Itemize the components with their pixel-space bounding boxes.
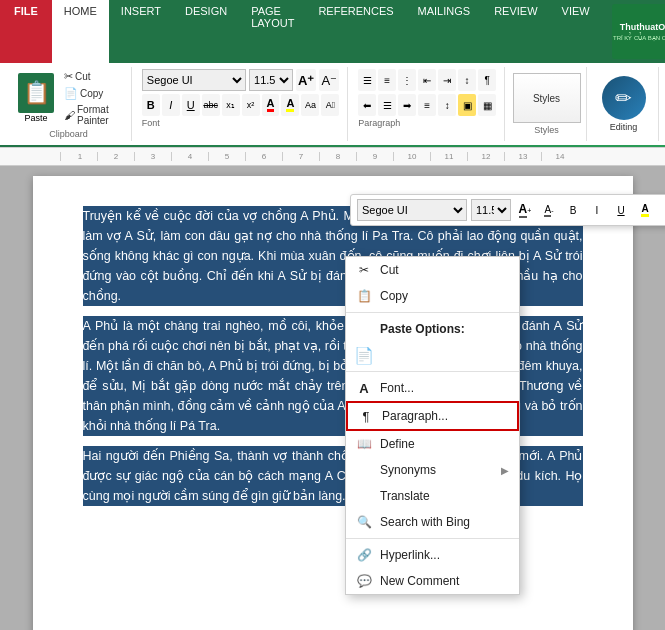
ctx-paragraph[interactable]: ¶ Paragraph... — [346, 401, 519, 431]
ctx-font-label: Font... — [380, 381, 509, 395]
float-underline-button[interactable]: U — [611, 200, 631, 220]
ctx-new-comment[interactable]: 💬 New Comment — [346, 568, 519, 594]
editing-icon[interactable]: ✏ — [602, 76, 646, 120]
bullets-button[interactable]: ☰ — [358, 69, 376, 91]
align-left-button[interactable]: ⬅ — [358, 94, 376, 116]
float-bold-button[interactable]: B — [563, 200, 583, 220]
bold-button[interactable]: B — [142, 94, 160, 116]
strikethrough-button[interactable]: abc — [202, 94, 220, 116]
tab-file[interactable]: FILE — [0, 0, 52, 63]
align-justify-button[interactable]: ≡ — [418, 94, 436, 116]
underline-button[interactable]: U — [182, 94, 200, 116]
font-increase-button[interactable]: A⁺ — [296, 69, 316, 91]
float-color-button[interactable]: A — [659, 200, 665, 220]
styles-button[interactable]: Styles — [513, 73, 581, 123]
clipboard-group-label: Clipboard — [49, 129, 88, 139]
float-shrink-button[interactable]: A- — [539, 200, 559, 220]
numbered-list-button[interactable]: ≡ — [378, 69, 396, 91]
line-spacing-button[interactable]: ↕ — [438, 94, 456, 116]
ruler-mark-9: 9 — [356, 152, 393, 161]
clipboard-controls: 📋 Paste ✂ Cut 📄 Copy 🖌 Format Painter — [14, 69, 123, 127]
ctx-copy[interactable]: 📋 Copy — [346, 283, 519, 309]
ctx-synonyms[interactable]: Synonyms ▶ — [346, 457, 519, 483]
case-button[interactable]: Aa — [301, 94, 319, 116]
font-size-select[interactable]: 11.5 — [249, 69, 293, 91]
tab-review[interactable]: REVIEW — [482, 0, 549, 63]
tab-view[interactable]: VIEW — [550, 0, 602, 63]
ctx-paragraph-label: Paragraph... — [382, 409, 507, 423]
ruler-mark-14: 14 — [541, 152, 578, 161]
ctx-define[interactable]: 📖 Define — [346, 431, 519, 457]
align-right-button[interactable]: ➡ — [398, 94, 416, 116]
float-highlight-button[interactable]: A — [635, 200, 655, 220]
font-color-button[interactable]: A — [262, 94, 280, 116]
tab-page-layout[interactable]: PAGE LAYOUT — [239, 0, 306, 63]
indent-increase-button[interactable]: ⇥ — [438, 69, 456, 91]
ctx-cut-icon: ✂ — [356, 262, 372, 278]
ruler-mark-1: 1 — [60, 152, 97, 161]
ribbon: FILE HOME INSERT DESIGN PAGE LAYOUT REFE… — [0, 0, 665, 148]
format-painter-icon: 🖌 — [64, 109, 75, 121]
ctx-paragraph-icon: ¶ — [358, 408, 374, 424]
float-shrink-icon: A — [544, 204, 551, 217]
copy-button[interactable]: 📄 Copy — [62, 86, 123, 101]
list-buttons-row: ☰ ≡ ⋮ ⇤ ⇥ ↕ ¶ — [358, 69, 496, 91]
ctx-translate[interactable]: Translate — [346, 483, 519, 509]
tab-home[interactable]: HOME — [52, 0, 109, 63]
font-name-select[interactable]: Segoe UI — [142, 69, 246, 91]
tab-insert[interactable]: INSERT — [109, 0, 173, 63]
float-italic-button[interactable]: I — [587, 200, 607, 220]
shading-button[interactable]: ▣ — [458, 94, 476, 116]
paragraph-group-label: Paragraph — [358, 118, 496, 128]
ruler-mark-11: 11 — [430, 152, 467, 161]
show-marks-button[interactable]: ¶ — [478, 69, 496, 91]
ctx-cut[interactable]: ✂ Cut — [346, 257, 519, 283]
tab-design[interactable]: DESIGN — [173, 0, 239, 63]
ruler-mark-2: 2 — [97, 152, 134, 161]
ctx-font[interactable]: A Font... — [346, 375, 519, 401]
float-grow-button[interactable]: A+ — [515, 200, 535, 220]
clear-format-button[interactable]: A⃝ — [321, 94, 339, 116]
highlight-button[interactable]: A — [281, 94, 299, 116]
ctx-paste-options-label: Paste Options: — [346, 316, 519, 342]
ctx-paste-options-icon — [356, 321, 372, 337]
font-format-row: B I U abc x₁ x² A A Aa A⃝ — [142, 94, 339, 116]
float-font-select[interactable]: Segoe UI — [357, 199, 467, 221]
ctx-paste-icon-row[interactable]: 📄 — [346, 342, 519, 368]
highlight-icon: A — [286, 98, 294, 112]
align-center-button[interactable]: ☰ — [378, 94, 396, 116]
superscript-button[interactable]: x² — [242, 94, 260, 116]
float-grow-icon: A — [519, 202, 528, 218]
font-color-icon: A — [267, 98, 275, 112]
float-size-select[interactable]: 11.5 — [471, 199, 511, 221]
ribbon-tab-bar: FILE HOME INSERT DESIGN PAGE LAYOUT REFE… — [0, 0, 665, 63]
font-group-label: Font — [142, 118, 339, 128]
tab-mailings[interactable]: MAILINGS — [406, 0, 483, 63]
document-area[interactable]: Segoe UI 11.5 A+ A- B I U A A ☰ ≡ Styles… — [0, 166, 665, 630]
borders-button[interactable]: ▦ — [478, 94, 496, 116]
ctx-paste-clipboard-icon: 📄 — [356, 347, 372, 363]
sort-button[interactable]: ↕ — [458, 69, 476, 91]
ctx-separator-1 — [346, 312, 519, 313]
ruler-mark-7: 7 — [282, 152, 319, 161]
context-menu: ✂ Cut 📋 Copy Paste Options: 📄 A Font... … — [345, 256, 520, 595]
ctx-hyperlink-label: Hyperlink... — [380, 548, 509, 562]
subscript-button[interactable]: x₁ — [222, 94, 240, 116]
paste-button[interactable]: 📋 Paste — [14, 71, 58, 125]
cut-button[interactable]: ✂ Cut — [62, 69, 123, 84]
format-painter-button[interactable]: 🖌 Format Painter — [62, 103, 123, 127]
ctx-hyperlink-icon: 🔗 — [356, 547, 372, 563]
italic-button[interactable]: I — [162, 94, 180, 116]
ctx-hyperlink[interactable]: 🔗 Hyperlink... — [346, 542, 519, 568]
ctx-font-icon: A — [356, 380, 372, 396]
font-decrease-button[interactable]: A⁻ — [319, 69, 339, 91]
logo-box: ThuthuatOffice TRÍ KỶ CỦA BẠN CÔNG SỞ — [612, 4, 665, 59]
ctx-search-bing[interactable]: 🔍 Search with Bing — [346, 509, 519, 535]
font-group: Segoe UI 11.5 A⁺ A⁻ B I U abc x₁ x² A — [134, 67, 348, 141]
multilevel-list-button[interactable]: ⋮ — [398, 69, 416, 91]
document-page[interactable]: Truyện kể về cuộc đời của vợ chồng A Phủ… — [33, 176, 633, 630]
indent-decrease-button[interactable]: ⇤ — [418, 69, 436, 91]
ctx-separator-2 — [346, 371, 519, 372]
align-buttons-row: ⬅ ☰ ➡ ≡ ↕ ▣ ▦ — [358, 94, 496, 116]
tab-references[interactable]: REFERENCES — [306, 0, 405, 63]
